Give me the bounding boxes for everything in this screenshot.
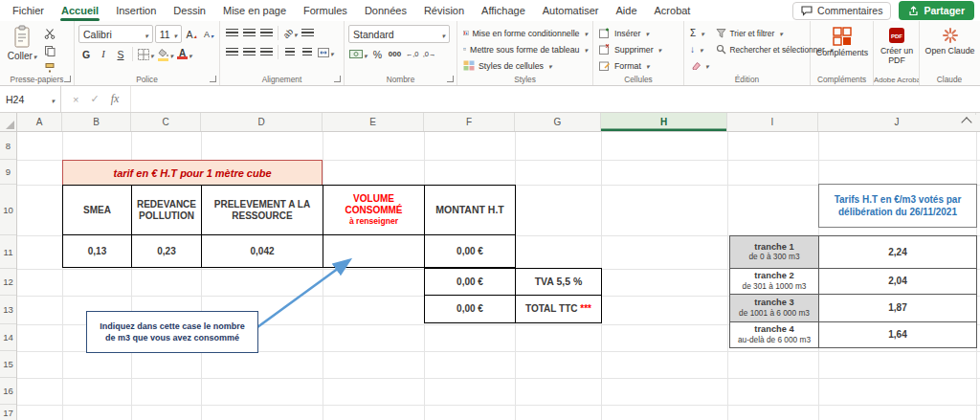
formula-input[interactable]	[131, 86, 980, 112]
tab-dessin[interactable]: Dessin	[165, 0, 214, 21]
cell-redevance-value[interactable]: 0,23	[132, 235, 202, 268]
cell-tranche1-value[interactable]: 2,24	[819, 236, 977, 269]
font-dialog-launcher[interactable]	[210, 76, 216, 82]
insert-function-button[interactable]: fx	[111, 92, 120, 106]
number-dialog-launcher[interactable]	[447, 76, 454, 82]
font-name-select[interactable]: Calibri	[78, 25, 153, 43]
comments-button[interactable]: Commentaires	[792, 2, 891, 20]
number-format-select[interactable]: Standard	[348, 25, 450, 43]
increase-decimal-button[interactable]: ←,0	[405, 46, 420, 62]
create-pdf-button[interactable]: PDF Créer un PDF	[878, 25, 916, 65]
cell-tranche4-label[interactable]: tranche 4au-delà de 6 000 m3	[730, 322, 819, 348]
row-header-16[interactable]: 16	[0, 378, 16, 405]
autosum-button[interactable]: Σ	[688, 25, 711, 41]
align-left-button[interactable]	[224, 44, 239, 60]
enter-button[interactable]: ✓	[90, 93, 99, 105]
italic-button[interactable]: I	[96, 46, 111, 62]
increase-font-button[interactable]: A	[184, 26, 199, 42]
accounting-format-button[interactable]	[348, 46, 368, 62]
cell-tranche1-label[interactable]: tranche 1de 0 à 300 m3	[730, 236, 819, 269]
align-center-button[interactable]	[241, 44, 256, 60]
cell-redevance-header[interactable]: REDEVANCE POLLUTION	[132, 186, 202, 235]
fill-button[interactable]: ↓	[688, 41, 711, 57]
addins-button[interactable]: Compléments	[814, 25, 870, 57]
decrease-decimal-button[interactable]: ,0→	[422, 46, 437, 62]
conditional-formatting-button[interactable]: Mise en forme conditionnelle	[461, 25, 590, 41]
cell-styles-button[interactable]: Styles de cellules	[461, 57, 590, 74]
align-right-button[interactable]	[258, 44, 274, 60]
cell-volume-header[interactable]: VOLUME CONSOMMÉ à renseigner	[323, 186, 425, 235]
comma-style-button[interactable]: 000	[388, 46, 403, 62]
row-header-17[interactable]: 17	[0, 405, 16, 420]
row-header-11[interactable]: 11	[0, 235, 16, 269]
tab-insertion[interactable]: Insertion	[107, 0, 165, 21]
row-header-9[interactable]: 9	[0, 160, 16, 185]
merge-center-button[interactable]	[317, 44, 335, 60]
column-header-e[interactable]: E	[323, 113, 424, 131]
insert-cells-button[interactable]: Insérer	[597, 25, 680, 41]
cell-smea-header[interactable]: SMEA	[63, 186, 132, 235]
column-header-i[interactable]: I	[727, 113, 818, 131]
cell-montant-header[interactable]: MONTANT H.T	[425, 186, 516, 235]
row-header-8[interactable]: 8	[0, 132, 16, 160]
tab-aide[interactable]: Aide	[607, 0, 645, 21]
align-middle-button[interactable]	[241, 25, 256, 41]
cancel-button[interactable]: ×	[73, 94, 78, 105]
format-as-table-button[interactable]: Mettre sous forme de tableau	[461, 41, 590, 57]
clipboard-dialog-launcher[interactable]	[64, 76, 71, 82]
wrap-text-button[interactable]	[301, 25, 316, 41]
tab-donnees[interactable]: Données	[356, 0, 415, 21]
column-header-f[interactable]: F	[424, 113, 515, 131]
percent-style-button[interactable]: %	[370, 46, 386, 62]
format-painter-button[interactable]	[42, 59, 57, 76]
tab-accueil[interactable]: Accueil	[53, 0, 107, 21]
increase-indent-button[interactable]	[300, 44, 315, 60]
cell-prelevement-header[interactable]: PRELEVEMENT A LA RESSOURCE	[202, 186, 323, 235]
font-size-select[interactable]: 11	[155, 25, 182, 43]
align-top-button[interactable]	[224, 25, 239, 41]
cut-button[interactable]	[42, 25, 57, 41]
cell-tranche2-label[interactable]: tranche 2de 301 à 1000 m3	[730, 269, 819, 295]
cell-total-value[interactable]: 0,00 €	[425, 296, 516, 323]
column-header-c[interactable]: C	[131, 113, 201, 131]
decrease-font-button[interactable]: A	[201, 26, 216, 42]
tab-acrobat[interactable]: Acrobat	[646, 0, 700, 21]
copy-button[interactable]	[42, 42, 57, 58]
fill-color-button[interactable]	[157, 46, 175, 62]
bold-button[interactable]: G	[78, 46, 94, 62]
delete-cells-button[interactable]: Supprimer	[597, 41, 680, 57]
column-header-j[interactable]: J	[818, 113, 976, 131]
column-header-g[interactable]: G	[515, 113, 601, 131]
row-header-13[interactable]: 13	[0, 296, 16, 324]
column-header-a[interactable]: A	[17, 113, 62, 131]
clear-button[interactable]	[688, 57, 711, 74]
column-header-b[interactable]: B	[62, 113, 131, 131]
format-cells-button[interactable]: Format	[597, 57, 680, 74]
cell-tranche3-value[interactable]: 1,87	[819, 295, 977, 322]
row-header-12[interactable]: 12	[0, 269, 16, 296]
column-header-h[interactable]: H	[601, 113, 727, 131]
right-table-title-cell[interactable]: Tarifs H.T en €/m3 votés par délibératio…	[818, 184, 977, 228]
alignment-dialog-launcher[interactable]	[334, 76, 341, 82]
tariff-banner-cell[interactable]: tarif en € H.T pour 1 mètre cube	[62, 160, 323, 186]
cell-tranche2-value[interactable]: 2,04	[819, 269, 977, 295]
cell-tranche4-value[interactable]: 1,64	[819, 322, 977, 348]
cell-total-label[interactable]: TOTAL TTC ***	[516, 296, 602, 323]
font-color-button[interactable]: A	[176, 46, 193, 62]
decrease-indent-button[interactable]	[282, 44, 298, 60]
column-header-d[interactable]: D	[201, 113, 323, 131]
cell-smea-value[interactable]: 0,13	[63, 235, 132, 268]
orientation-button[interactable]: ab	[282, 25, 299, 41]
tab-formules[interactable]: Formules	[295, 0, 356, 21]
cell-tva-value[interactable]: 0,00 €	[425, 269, 516, 296]
cell-tranche3-label[interactable]: tranche 3de 1001 à 6 000 m3	[730, 295, 819, 322]
share-button[interactable]: Partager	[899, 1, 974, 20]
tab-fichier[interactable]: Fichier	[4, 0, 53, 21]
tab-affichage[interactable]: Affichage	[473, 0, 534, 21]
open-claude-button[interactable]: Open Claude	[924, 25, 976, 55]
cell-tva-label[interactable]: TVA 5,5 %	[516, 269, 602, 296]
name-box[interactable]: H24	[0, 86, 61, 112]
borders-button[interactable]	[137, 46, 155, 62]
tab-automatiser[interactable]: Automatiser	[534, 0, 608, 21]
row-header-14[interactable]: 14	[0, 324, 16, 351]
